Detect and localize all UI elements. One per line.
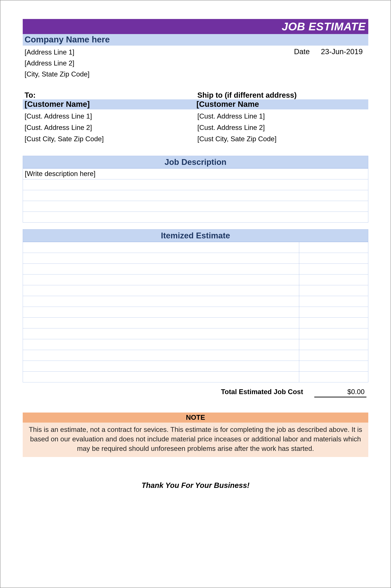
item-amount-cell[interactable]: [299, 285, 368, 296]
ship-to-customer-name: [Customer Name: [196, 100, 368, 109]
job-description-row[interactable]: [23, 179, 368, 190]
job-description-row[interactable]: [23, 212, 368, 222]
job-description-row[interactable]: [Write description here]: [23, 168, 368, 179]
item-amount-cell[interactable]: [299, 317, 368, 328]
item-amount-cell[interactable]: [299, 264, 368, 274]
to-address-block: [Cust. Address Line 1] [Cust. Address Li…: [23, 109, 196, 145]
item-desc-cell[interactable]: [23, 307, 299, 317]
item-amount-cell[interactable]: [299, 296, 368, 307]
item-desc-cell[interactable]: [23, 339, 299, 350]
job-description-table: [Write description here]: [23, 168, 368, 222]
item-amount-cell[interactable]: [299, 339, 368, 350]
item-desc-cell[interactable]: [23, 296, 299, 307]
to-label: To:: [23, 91, 196, 99]
item-desc-cell[interactable]: [23, 361, 299, 371]
item-desc-cell[interactable]: [23, 328, 299, 339]
note-body: This is an estimate, not a contract for …: [23, 423, 368, 457]
job-description-header: Job Description: [23, 156, 368, 168]
ship-to-address-line-2: [Cust. Address Line 2]: [197, 122, 368, 133]
ship-to-city-state-zip: [Cust City, Sate Zip Code]: [197, 133, 368, 145]
document-title: JOB ESTIMATE: [282, 20, 366, 33]
ship-to-address-line-1: [Cust. Address Line 1]: [197, 111, 368, 122]
company-city-state-zip: [City, State Zip Code]: [25, 69, 90, 80]
company-name: Company Name here: [25, 35, 110, 44]
total-value: $0.00: [314, 388, 366, 398]
date-block: Date 23-Jun-2019: [294, 47, 368, 56]
to-address-line-2: [Cust. Address Line 2]: [25, 122, 196, 133]
item-amount-cell[interactable]: [299, 307, 368, 317]
item-desc-cell[interactable]: [23, 285, 299, 296]
company-address-line-2: [Address Line 2]: [25, 58, 90, 69]
item-amount-cell[interactable]: [299, 242, 368, 253]
job-description-row[interactable]: [23, 190, 368, 201]
item-amount-cell[interactable]: [299, 350, 368, 361]
ship-to-address-block: [Cust. Address Line 1] [Cust. Address Li…: [196, 109, 368, 145]
item-amount-cell[interactable]: [299, 361, 368, 371]
ship-to-label: Ship to (if different address): [196, 91, 368, 99]
item-amount-cell[interactable]: [299, 274, 368, 285]
to-address-line-1: [Cust. Address Line 1]: [25, 111, 196, 122]
item-amount-cell[interactable]: [299, 253, 368, 264]
date-label: Date: [294, 47, 310, 56]
item-amount-cell[interactable]: [299, 371, 368, 382]
item-desc-cell[interactable]: [23, 371, 299, 382]
thank-you-message: Thank You For Your Business!: [23, 481, 368, 490]
item-desc-cell[interactable]: [23, 242, 299, 253]
title-bar: JOB ESTIMATE: [23, 19, 368, 34]
to-customer-name: [Customer Name]: [25, 100, 196, 109]
note-header: NOTE: [23, 413, 368, 423]
date-value: 23-Jun-2019: [321, 47, 363, 56]
company-name-bar: Company Name here: [23, 34, 368, 46]
company-address-block: [Address Line 1] [Address Line 2] [City,…: [23, 47, 90, 80]
itemized-estimate-table: [23, 242, 368, 382]
total-label: Total Estimated Job Cost: [221, 388, 314, 396]
total-row: Total Estimated Job Cost $0.00: [23, 388, 368, 398]
job-description-row[interactable]: [23, 201, 368, 212]
company-address-line-1: [Address Line 1]: [25, 47, 90, 58]
to-city-state-zip: [Cust City, Sate Zip Code]: [25, 133, 196, 145]
item-amount-cell[interactable]: [299, 328, 368, 339]
customer-name-bar: [Customer Name] [Customer Name: [23, 99, 368, 109]
job-estimate-page: JOB ESTIMATE Company Name here [Address …: [0, 0, 391, 588]
item-desc-cell[interactable]: [23, 253, 299, 264]
item-desc-cell[interactable]: [23, 317, 299, 328]
itemized-estimate-header: Itemized Estimate: [23, 229, 368, 242]
item-desc-cell[interactable]: [23, 274, 299, 285]
item-desc-cell[interactable]: [23, 350, 299, 361]
item-desc-cell[interactable]: [23, 264, 299, 274]
